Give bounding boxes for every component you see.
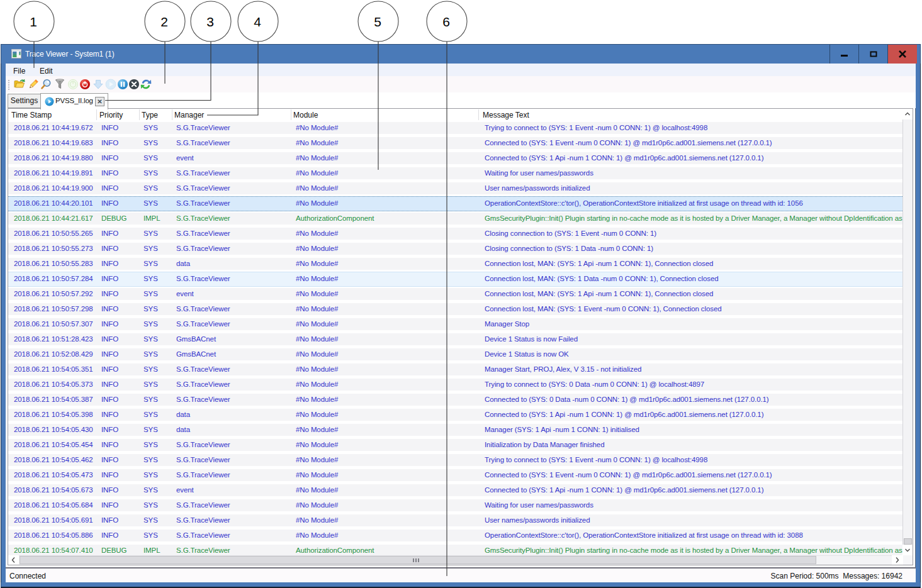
svg-text:1: 1 xyxy=(30,14,37,29)
svg-text:4: 4 xyxy=(254,14,261,29)
svg-text:2: 2 xyxy=(160,14,168,29)
svg-text:6: 6 xyxy=(442,14,450,29)
svg-text:5: 5 xyxy=(374,14,381,29)
svg-text:3: 3 xyxy=(206,14,214,29)
